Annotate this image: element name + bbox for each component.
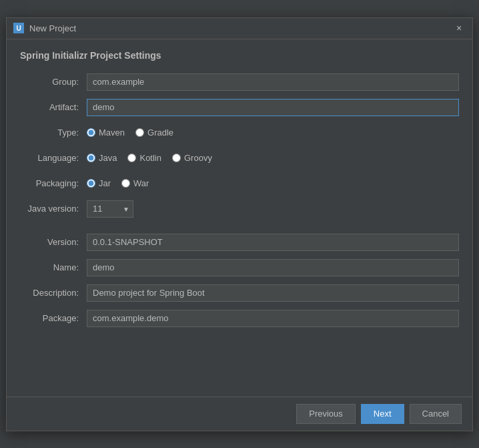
artifact-label: Artifact: [20, 102, 87, 112]
type-row: Type: Maven Gradle [20, 124, 459, 142]
cancel-button[interactable]: Cancel [410, 404, 462, 424]
java-version-select-wrapper: 8 11 17 ▼ [87, 200, 133, 218]
description-label: Description: [20, 288, 87, 298]
language-groovy[interactable]: Groovy [172, 153, 212, 163]
version-label: Version: [20, 237, 87, 247]
packaging-row: Packaging: Jar War [20, 174, 459, 193]
packaging-jar[interactable]: Jar [87, 178, 111, 188]
name-label: Name: [20, 262, 87, 272]
new-project-dialog: U New Project × Spring Initializr Projec… [6, 17, 473, 431]
dialog-title: New Project [29, 23, 76, 33]
group-input[interactable] [87, 73, 459, 91]
type-gradle[interactable]: Gradle [135, 128, 173, 138]
name-input[interactable] [87, 259, 459, 276]
app-icon: U [13, 23, 24, 33]
language-label: Language: [20, 153, 87, 163]
group-row: Group: [20, 73, 459, 91]
section-title: Spring Initializr Project Settings [20, 50, 459, 61]
close-button[interactable]: × [452, 21, 466, 35]
packaging-radio-group: Jar War [87, 178, 459, 188]
type-radio-group: Maven Gradle [87, 128, 459, 138]
java-version-label: Java version: [20, 204, 87, 214]
language-row: Language: Java Kotlin Groovy [20, 149, 459, 168]
description-input[interactable] [87, 284, 459, 302]
artifact-row: Artifact: [20, 98, 459, 117]
packaging-label: Packaging: [20, 178, 87, 188]
title-bar: U New Project × [7, 18, 472, 39]
next-button[interactable]: Next [361, 404, 404, 424]
type-maven[interactable]: Maven [87, 128, 125, 138]
dialog-footer: Previous Next Cancel [7, 397, 472, 431]
package-input[interactable] [87, 310, 459, 327]
java-version-select[interactable]: 8 11 17 [87, 200, 133, 218]
previous-button[interactable]: Previous [296, 404, 356, 424]
language-kotlin[interactable]: Kotlin [127, 153, 161, 163]
java-version-row: Java version: 8 11 17 ▼ [20, 200, 459, 218]
packaging-war[interactable]: War [121, 178, 149, 188]
description-row: Description: [20, 284, 459, 302]
dialog-content: Spring Initializr Project Settings Group… [7, 39, 472, 397]
language-java[interactable]: Java [87, 153, 117, 163]
type-label: Type: [20, 128, 87, 138]
name-row: Name: [20, 258, 459, 277]
language-radio-group: Java Kotlin Groovy [87, 153, 459, 163]
package-row: Package: [20, 309, 459, 328]
title-bar-left: U New Project [13, 23, 76, 33]
artifact-input[interactable] [87, 99, 459, 116]
version-row: Version: [20, 233, 459, 252]
package-label: Package: [20, 313, 87, 323]
group-label: Group: [20, 77, 87, 87]
version-input[interactable] [87, 234, 459, 251]
